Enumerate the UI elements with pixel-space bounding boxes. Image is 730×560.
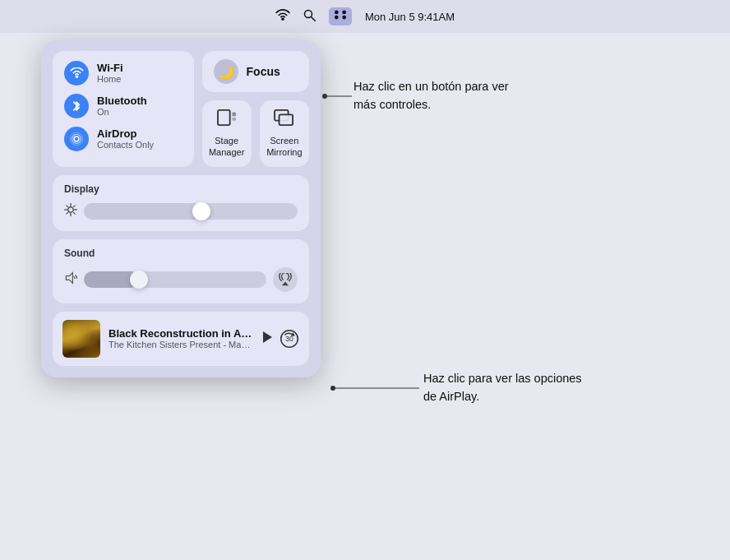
network-tile[interactable]: Wi-Fi Home Bluetooth On (53, 51, 194, 167)
bluetooth-icon (64, 94, 89, 118)
svg-line-22 (67, 213, 68, 215)
search-menubar-icon[interactable] (303, 9, 316, 25)
svg-line-21 (74, 206, 76, 207)
airdrop-sub: Contacts Only (97, 140, 154, 150)
display-slider-row (64, 203, 298, 220)
now-playing-section: Black Reconstruction in America... The K… (53, 312, 309, 366)
now-playing-text: Black Reconstruction in America... The K… (109, 327, 253, 349)
annotation-top: Haz clic en un botón para ver más contro… (353, 78, 518, 114)
wifi-item[interactable]: Wi-Fi Home (64, 61, 182, 86)
wifi-sub: Home (97, 74, 123, 85)
stage-manager-icon (216, 109, 238, 132)
airdrop-text: AirDrop Contacts Only (97, 127, 154, 151)
svg-point-3 (342, 11, 346, 15)
album-art (62, 320, 100, 358)
focus-label: Focus (247, 65, 280, 78)
wifi-text: Wi-Fi Home (97, 62, 123, 86)
menubar-date: Mon Jun 5 9:41AM (365, 11, 455, 23)
sound-slider-row (64, 267, 298, 292)
display-section: Display (53, 175, 309, 231)
svg-rect-11 (232, 118, 236, 121)
brightness-slider[interactable] (84, 203, 298, 220)
stage-manager-label: StageManager (209, 135, 244, 159)
bluetooth-item[interactable]: Bluetooth On (64, 94, 182, 118)
svg-point-4 (335, 16, 339, 20)
screen-mirroring-label: ScreenMirroring (266, 135, 302, 159)
display-title: Display (64, 183, 298, 195)
svg-text:30: 30 (285, 335, 293, 343)
volume-slider[interactable] (84, 271, 266, 288)
svg-marker-25 (263, 331, 272, 343)
airdrop-item[interactable]: AirDrop Contacts Only (64, 127, 182, 151)
airplay-button[interactable] (273, 267, 298, 292)
sound-section: Sound (53, 239, 309, 303)
svg-point-5 (342, 16, 346, 20)
bluetooth-label: Bluetooth (97, 95, 147, 108)
annotation-bottom: Haz clic para ver las opciones de AirPla… (423, 370, 596, 406)
np-title: Black Reconstruction in America... (109, 327, 253, 340)
wifi-icon (64, 61, 89, 86)
control-center-panel: Wi-Fi Home Bluetooth On (41, 39, 321, 377)
wifi-label: Wi-Fi (97, 62, 123, 75)
small-tiles-row: StageManager ScreenMirroring (202, 100, 309, 167)
airdrop-icon (64, 127, 89, 151)
svg-point-6 (74, 137, 79, 141)
svg-marker-23 (66, 273, 72, 284)
svg-point-14 (68, 207, 73, 212)
sound-title: Sound (64, 248, 298, 259)
menubar: Mon Jun 5 9:41AM (0, 0, 730, 33)
stage-manager-tile[interactable]: StageManager (202, 100, 252, 167)
svg-point-0 (304, 10, 312, 17)
svg-point-32 (330, 386, 335, 391)
cc-right-col: 🌙 Focus StageManager (202, 51, 309, 167)
skip-forward-button[interactable]: 30 (280, 329, 299, 349)
svg-marker-24 (282, 281, 289, 285)
svg-rect-9 (218, 110, 230, 125)
brightness-icon (64, 203, 77, 219)
cc-top-row: Wi-Fi Home Bluetooth On (53, 51, 309, 167)
bluetooth-sub: On (97, 107, 147, 118)
svg-rect-13 (279, 114, 293, 125)
np-subtitle: The Kitchen Sisters Present - March 7, 2… (109, 340, 253, 349)
np-controls: 30 (261, 329, 299, 349)
bluetooth-text: Bluetooth On (97, 95, 147, 118)
control-center-menubar-icon[interactable] (329, 7, 352, 25)
focus-tile[interactable]: 🌙 Focus (202, 51, 309, 92)
focus-icon: 🌙 (214, 59, 238, 84)
svg-line-1 (312, 16, 316, 21)
wifi-menubar-icon[interactable] (275, 9, 290, 24)
screen-mirroring-tile[interactable]: ScreenMirroring (260, 100, 309, 167)
svg-point-7 (72, 135, 81, 144)
volume-icon (64, 271, 77, 287)
play-button[interactable] (261, 331, 273, 347)
svg-line-20 (74, 213, 76, 215)
svg-rect-10 (232, 113, 236, 117)
airdrop-label: AirDrop (97, 127, 154, 141)
screen-mirroring-icon (274, 109, 295, 132)
svg-line-19 (67, 206, 68, 207)
svg-point-30 (322, 94, 327, 99)
svg-point-2 (335, 11, 339, 15)
